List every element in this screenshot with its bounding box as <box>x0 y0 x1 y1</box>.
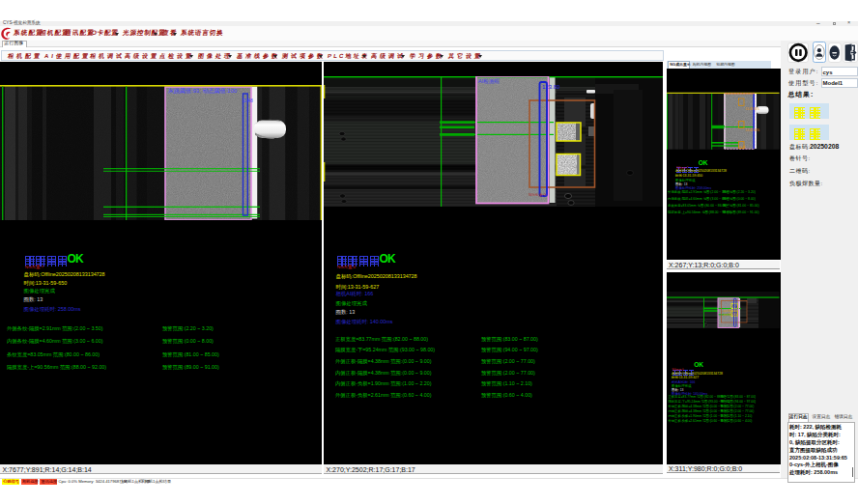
svg-text:3.48: 3.48 <box>243 98 253 103</box>
svg-text:13.48 84%: 13.48 84% <box>746 107 760 111</box>
svg-text:相机NG 0.00: 相机NG 0.00 <box>723 313 738 317</box>
svg-text:AI检测框: AI检测框 <box>478 78 500 85</box>
svg-text:NG元素:0: NG元素:0 <box>529 192 547 197</box>
svg-text:123.80: 123.80 <box>542 84 560 90</box>
svg-text:13.48 84%: 13.48 84% <box>746 128 760 132</box>
svg-text:灰跳阈值:93, 动态阈值:100: 灰跳阈值:93, 动态阈值:100 <box>168 87 238 95</box>
svg-text:13.48: 13.48 <box>738 146 746 150</box>
